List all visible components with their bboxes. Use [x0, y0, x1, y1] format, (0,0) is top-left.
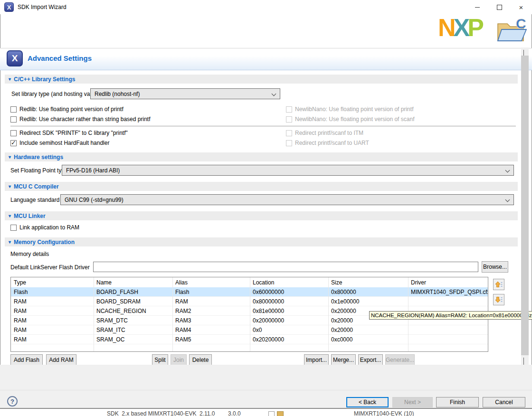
section-mcu-c-compiler[interactable]: ▾ MCU C Compiler — [5, 182, 518, 191]
flash-driver-input[interactable] — [93, 262, 478, 272]
column-header[interactable]: Name — [94, 279, 172, 286]
table-cell: SRAM_DTC — [94, 317, 172, 324]
chevron-down-icon — [505, 198, 510, 202]
language-standard-dropdown[interactable]: GNU C99 (-std=gnu99) — [60, 194, 514, 205]
table-cell: RAM4 — [172, 327, 250, 333]
table-cell: BOARD_FLASH — [94, 289, 172, 295]
next-button[interactable]: Next > — [392, 397, 433, 407]
checkbox-box — [10, 106, 17, 113]
column-divider — [94, 277, 94, 351]
background-window-strip: SDK_2.x based MIMXRT1040-EVK 2.11.0 3.0.… — [0, 408, 532, 416]
checkbox-box — [286, 116, 292, 123]
title-bar — [0, 0, 532, 14]
table-row-board-sdram[interactable]: RAMBOARD_SDRAMRAM0x800000000x1e00000 — [11, 297, 488, 306]
checkbox-label: Include semihost HardFault handler — [19, 140, 109, 146]
section-title: Memory Configuration — [14, 239, 75, 246]
checkbox-label: Redirect printf/scanf to ITM — [295, 130, 363, 136]
close-button[interactable]: × — [510, 0, 532, 14]
svg-text:C: C — [516, 16, 526, 31]
table-cell: 0x20000000 — [250, 317, 328, 324]
arrow-down-icon — [494, 296, 503, 303]
checkbox-label: Redirect SDK "PRINTF" to C library "prin… — [19, 130, 128, 136]
close-icon: × — [519, 4, 523, 11]
background-manifest-version: 3.0.0 — [228, 410, 241, 416]
section-library-settings[interactable]: ▾ C/C++ Library Settings — [5, 75, 518, 84]
flash-driver-label: Default LinkServer Flash Driver — [10, 264, 90, 271]
help-button[interactable]: ? — [7, 396, 18, 407]
move-row-up-button[interactable] — [493, 279, 504, 290]
table-cell: RAM — [11, 298, 94, 305]
scrollbar-thumb[interactable] — [521, 56, 529, 355]
checkbox-redlib-char-printf[interactable]: Redlib: Use character rather than string… — [10, 115, 150, 123]
checkbox-redirect-itm[interactable]: Redirect printf/scanf to ITM — [286, 129, 363, 137]
checkbox-link-to-ram[interactable]: Link application to RAM — [10, 224, 79, 231]
scroll-down-icon[interactable] — [523, 358, 524, 364]
checkbox-redirect-uart[interactable]: Redirect printf/scanf to UART — [286, 139, 369, 147]
column-header[interactable]: Driver — [408, 279, 488, 286]
checkbox-redlib-float-printf[interactable]: Redlib: Use floating point version of pr… — [10, 105, 124, 113]
section-memory-configuration[interactable]: ▾ Memory Configuration — [5, 237, 518, 246]
column-header[interactable]: Type — [11, 279, 94, 286]
table-cell: RAM2 — [172, 308, 250, 314]
collapse-triangle-icon: ▾ — [9, 77, 11, 82]
checkbox-newlibnano-float-scanf[interactable]: NewlibNano: Use floating point version o… — [286, 115, 414, 123]
table-cell: NCACHE_REGION — [94, 308, 172, 314]
browse-button[interactable]: Browse... — [482, 261, 508, 273]
section-title: MCU Linker — [14, 213, 46, 219]
table-cell: 0x60000000 — [250, 289, 328, 295]
table-row-sram-oc[interactable]: RAMSRAM_OCRAM50x202000000xc0000 — [11, 335, 488, 344]
table-row-board-flash[interactable]: FlashBOARD_FLASHFlash0x600000000x800000M… — [11, 287, 488, 297]
table-cell: SRAM_OC — [94, 336, 172, 343]
footer-divider — [0, 390, 532, 390]
finish-button[interactable]: Finish — [436, 397, 479, 407]
delete-button[interactable]: Delete — [189, 354, 212, 365]
column-header[interactable]: Alias — [172, 279, 250, 286]
checkbox-box — [286, 106, 292, 113]
column-header[interactable]: Location — [250, 279, 328, 286]
table-cell: RAM3 — [172, 317, 250, 324]
checkbox-label: Redlib: Use character rather than string… — [19, 116, 150, 123]
checkbox-box — [286, 130, 292, 136]
table-cell: 0xc0000 — [328, 336, 408, 343]
generate-button[interactable]: Generate... — [385, 354, 415, 365]
export-button[interactable]: Export... — [358, 354, 383, 365]
page-title: Advanced Settings — [28, 54, 92, 62]
table-cell: 0x1e00000 — [328, 298, 408, 305]
table-cell: Flash — [11, 289, 94, 295]
checkbox-redirect-sdk-printf[interactable]: Redirect SDK "PRINTF" to C library "prin… — [10, 129, 128, 137]
checkbox-group-divider — [10, 126, 516, 126]
section-hardware-settings[interactable]: ▾ Hardware settings — [5, 152, 518, 161]
maximize-button[interactable] — [488, 0, 510, 14]
section-mcu-linker[interactable]: ▾ MCU Linker — [5, 211, 518, 220]
memory-region-tooltip: NCACHE_REGION(RAM) Alias=RAM2: Location=… — [369, 311, 532, 320]
maximize-icon — [497, 5, 502, 10]
collapse-triangle-icon: ▾ — [9, 184, 11, 189]
table-row-sram-itc[interactable]: RAMSRAM_ITCRAM40x00x20000 — [11, 325, 488, 335]
table-cell: RAM5 — [172, 336, 250, 343]
move-row-down-button[interactable] — [493, 294, 504, 305]
checkbox-semihost-hardfault[interactable]: Include semihost HardFault handler — [10, 139, 109, 147]
section-title: C/C++ Library Settings — [14, 76, 75, 83]
checkbox-label: Link application to RAM — [19, 224, 79, 231]
checkbox-box — [10, 225, 17, 231]
import-button[interactable]: Import... — [304, 354, 329, 365]
join-button[interactable]: Join — [171, 354, 187, 365]
c-project-folder-icon: C — [495, 15, 529, 46]
minimize-button[interactable] — [466, 0, 488, 14]
merge-button[interactable]: Merge... — [331, 354, 356, 365]
checkbox-label: Redlib: Use floating point version of pr… — [19, 106, 124, 113]
cancel-button[interactable]: Cancel — [483, 397, 525, 407]
table-cell: BOARD_SDRAM — [94, 298, 172, 305]
back-button[interactable]: < Back — [346, 397, 389, 407]
table-cell: RAM — [11, 336, 94, 343]
add-ram-button[interactable]: Add RAM — [46, 354, 76, 365]
chevron-down-icon — [505, 168, 510, 173]
library-type-dropdown[interactable]: Redlib (nohost-nf) — [90, 88, 280, 99]
checkbox-newlibnano-float-printf[interactable]: NewlibNano: Use floating point version o… — [286, 105, 413, 113]
chevron-down-icon — [272, 92, 276, 96]
column-header[interactable]: Size — [328, 279, 408, 286]
table-cell: RAM — [11, 308, 94, 314]
add-flash-button[interactable]: Add Flash — [10, 354, 43, 365]
fpu-type-dropdown[interactable]: FPv5-D16 (Hard ABI) — [62, 165, 514, 176]
split-button[interactable]: Split — [152, 354, 168, 365]
